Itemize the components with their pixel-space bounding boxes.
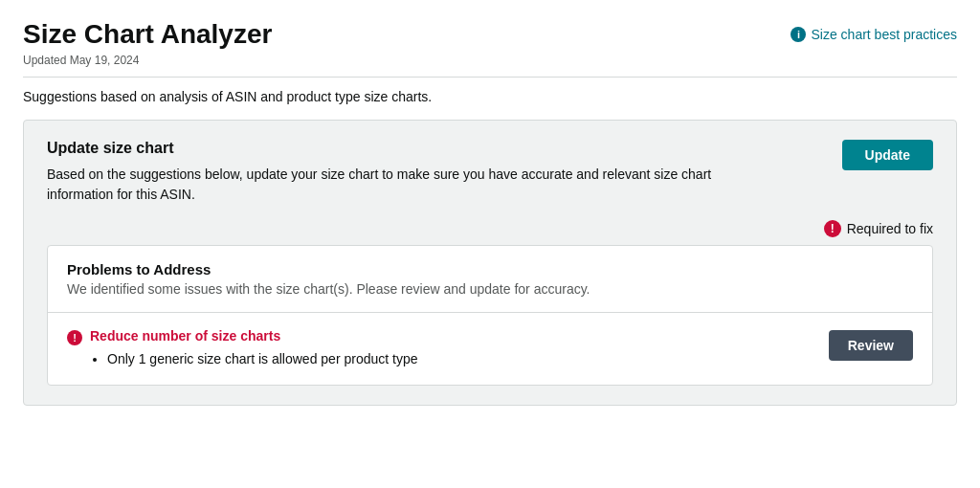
problem-list-item: Only 1 generic size chart is allowed per… (107, 349, 418, 369)
best-practices-text: Size chart best practices (811, 27, 957, 42)
required-error-icon: ! (824, 220, 841, 237)
update-section-header: Update size chart Based on the suggestio… (47, 140, 933, 205)
problem-title: Reduce number of size charts (90, 328, 418, 344)
best-practices-link[interactable]: i Size chart best practices (791, 27, 957, 42)
update-button[interactable]: Update (842, 140, 933, 170)
problem-section: ! Reduce number of size charts Only 1 ge… (67, 328, 810, 369)
required-row: ! Required to fix (47, 220, 933, 237)
suggestions-text: Suggestions based on analysis of ASIN an… (23, 89, 957, 104)
problem-content: Reduce number of size charts Only 1 gene… (90, 328, 418, 369)
problem-item: ! Reduce number of size charts Only 1 ge… (48, 313, 932, 385)
problems-card: Problems to Address We identified some i… (47, 245, 933, 386)
problems-card-header: Problems to Address We identified some i… (48, 246, 932, 313)
problems-card-title: Problems to Address (67, 261, 913, 277)
problems-card-description: We identified some issues with the size … (67, 281, 913, 297)
updated-date: Updated May 19, 2024 (23, 54, 957, 67)
problem-error-icon: ! (67, 330, 82, 345)
update-card-title: Update size chart (47, 140, 717, 157)
header-divider (23, 77, 957, 78)
main-card: Update size chart Based on the suggestio… (23, 120, 957, 406)
update-section-content: Update size chart Based on the suggestio… (47, 140, 717, 205)
page-header: Size Chart Analyzer i Size chart best pr… (23, 19, 957, 50)
page-container: Size Chart Analyzer i Size chart best pr… (23, 19, 957, 406)
page-title: Size Chart Analyzer (23, 19, 272, 50)
info-icon: i (791, 27, 806, 42)
required-text: Required to fix (847, 221, 933, 236)
review-button[interactable]: Review (829, 330, 913, 361)
problem-list: Only 1 generic size chart is allowed per… (90, 349, 418, 369)
update-card-description: Based on the suggestions below, update y… (47, 165, 717, 205)
